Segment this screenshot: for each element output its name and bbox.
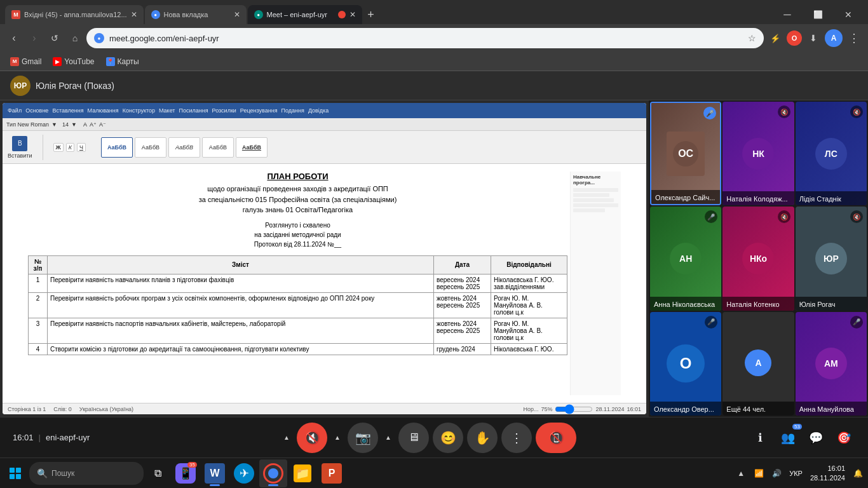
participant-tile-7[interactable]: О 🎤 Олександр Овер... bbox=[650, 312, 721, 416]
address-text: meet.google.com/eni-aepf-uyr bbox=[109, 34, 743, 43]
account-avatar[interactable]: А bbox=[825, 29, 843, 47]
back-button[interactable]: ‹ bbox=[5, 29, 23, 47]
doc-menu-extra[interactable]: Рецензування bbox=[240, 107, 278, 114]
participant-8-name: Ещё 44 чел. bbox=[726, 405, 766, 413]
bookmarks-bar: M Gmail ▶ YouTube 📍 Карты bbox=[0, 52, 868, 71]
browser-toolbar: ‹ › ↺ ⌂ ● meet.google.com/eni-aepf-uyr ☆… bbox=[0, 24, 868, 52]
browser-menu-button[interactable]: ⋮ bbox=[845, 29, 863, 47]
camera-chevron-button[interactable]: ▲ bbox=[331, 426, 344, 449]
taskbar-viber[interactable]: 📱 35 bbox=[172, 459, 200, 487]
taskbar-powerpoint[interactable]: P bbox=[318, 459, 346, 487]
participant-tile-9[interactable]: АМ 🎤 Анна Мануйлова bbox=[796, 312, 867, 416]
chat-button[interactable]: 💬 bbox=[804, 426, 827, 449]
doc-table: № з/п Зміст Дата Відповідальні 1 bbox=[28, 255, 567, 355]
participant-2-mic-off: 🔇 bbox=[778, 105, 790, 118]
notifications-button[interactable]: 🔔 bbox=[850, 466, 865, 481]
meet-time: 16:01 bbox=[13, 433, 34, 442]
doc-menu-view[interactable]: Розсилки bbox=[212, 107, 236, 114]
table-header-num: № з/п bbox=[29, 255, 48, 274]
new-tab-button[interactable]: + bbox=[362, 6, 380, 24]
participants-button[interactable]: 👥 53 bbox=[776, 426, 799, 449]
mic-button[interactable]: 🔇 bbox=[297, 423, 327, 453]
raise-hand-button[interactable]: ✋ bbox=[467, 423, 498, 453]
doc-menu-help[interactable]: Подання bbox=[281, 107, 304, 114]
doc-subtitle-3: галузь знань 01 Освіта/Педагогіка bbox=[28, 205, 567, 215]
doc-menu-more[interactable]: Довідка bbox=[308, 107, 329, 114]
taskbar-word[interactable]: W bbox=[201, 459, 229, 487]
task-view-button[interactable]: ⧉ bbox=[145, 461, 170, 486]
tab-newtab[interactable]: ● Нова вкладка ✕ bbox=[145, 5, 247, 24]
info-button[interactable]: ℹ bbox=[749, 426, 771, 449]
taskbar-chrome[interactable] bbox=[259, 459, 287, 487]
language-indicator[interactable]: УКР bbox=[787, 470, 805, 477]
participant-tile-4[interactable]: АН 🎤 Анна Ніколаєвська bbox=[650, 207, 721, 310]
ribbon-italic[interactable]: К bbox=[66, 143, 74, 152]
close-button[interactable]: ✕ bbox=[834, 5, 863, 24]
end-call-button[interactable]: 📵 bbox=[536, 423, 576, 453]
participant-tile-2[interactable]: НК 🔇 Наталія Колодяж... bbox=[722, 102, 794, 205]
doc-menu-insert[interactable]: Вставлення bbox=[52, 107, 83, 114]
camera-button[interactable]: 📷 bbox=[348, 423, 378, 453]
download-icon[interactable]: ⬇ bbox=[804, 29, 822, 47]
taskbar-search[interactable]: 🔍 Пошук bbox=[29, 462, 144, 485]
captions-chevron-button[interactable]: ▲ bbox=[382, 426, 395, 449]
bookmark-star-icon[interactable]: ☆ bbox=[748, 33, 756, 43]
participant-tile-6[interactable]: ЮР 🔇 Юлія Рогач bbox=[796, 207, 867, 310]
participant-9-mic-on: 🎤 bbox=[850, 316, 863, 329]
zoom-slider[interactable] bbox=[555, 406, 593, 412]
bookmark-gmail[interactable]: M Gmail bbox=[5, 55, 46, 68]
bookmark-youtube-label: YouTube bbox=[64, 57, 94, 66]
tab-meet[interactable]: ● Meet – eni-aepf-uyr ✕ bbox=[248, 5, 362, 24]
reactions-button[interactable]: 😊 bbox=[433, 423, 463, 453]
doc-menu-references[interactable]: Макет bbox=[159, 107, 175, 114]
bookmark-youtube[interactable]: ▶ YouTube bbox=[48, 55, 99, 68]
ribbon-underline[interactable]: Ч bbox=[77, 143, 86, 152]
maximize-button[interactable]: ⬜ bbox=[803, 5, 832, 24]
viber-badge: 35 bbox=[187, 462, 197, 468]
participant-tile-5[interactable]: НКо 🔇 Наталія Котенко bbox=[722, 207, 794, 310]
doc-menu-layout[interactable]: Конструктор bbox=[123, 107, 155, 114]
volume-icon[interactable]: 🔊 bbox=[769, 466, 784, 481]
tab-meet-close[interactable]: ✕ bbox=[349, 10, 356, 19]
windows-start-button[interactable] bbox=[3, 461, 28, 486]
reload-button[interactable]: ↺ bbox=[46, 29, 64, 47]
doc-menu-home[interactable]: Основне bbox=[25, 107, 48, 114]
bookmark-gmail-label: Gmail bbox=[22, 57, 41, 66]
show-hidden-button[interactable]: ▲ bbox=[733, 466, 749, 481]
participant-tile-3[interactable]: ЛС 🔇 Лідія Стаднік bbox=[796, 102, 867, 205]
address-bar[interactable]: ● meet.google.com/eni-aepf-uyr ☆ bbox=[86, 28, 764, 48]
doc-statusbar: Сторінка 1 із 1 Слів: 0 Українська (Укра… bbox=[3, 403, 646, 414]
bookmark-maps[interactable]: 📍 Карты bbox=[101, 55, 144, 68]
mic-chevron-button[interactable]: ▲ bbox=[280, 426, 293, 449]
more-options-button[interactable]: ⋮ bbox=[501, 423, 532, 453]
participant-tile-1[interactable]: ОС 🎤 Олександр Сайч... bbox=[650, 102, 721, 205]
participant-9-name: Анна Мануйлова bbox=[799, 405, 854, 413]
home-button[interactable]: ⌂ bbox=[66, 29, 84, 47]
taskbar-telegram[interactable]: ✈ bbox=[230, 459, 258, 487]
participants-panel: ОС 🎤 Олександр Сайч... НК 🔇 Наталія bbox=[649, 100, 868, 417]
system-clock[interactable]: 16:01 28.11.2024 bbox=[808, 464, 848, 482]
extensions-button[interactable]: ⚡ bbox=[766, 29, 784, 47]
tab-gmail[interactable]: M Вхідні (45) - anna.manuilova12... ✕ bbox=[5, 5, 144, 24]
doc-title: ПЛАН РОБОТИ bbox=[28, 172, 567, 181]
taskbar-right: ▲ 📶 🔊 УКР 16:01 28.11.2024 🔔 bbox=[733, 464, 865, 482]
forward-button[interactable]: › bbox=[25, 29, 43, 47]
minimize-button[interactable]: ─ bbox=[773, 5, 802, 24]
taskbar-explorer[interactable]: 📁 bbox=[288, 459, 316, 487]
meet-app: ЮР Юлія Рогач (Показ) Файл Основне Встав… bbox=[0, 71, 868, 458]
doc-menu-design[interactable]: Малювання bbox=[88, 107, 119, 114]
tab-newtab-close[interactable]: ✕ bbox=[234, 10, 240, 19]
activities-button[interactable]: 🎯 bbox=[832, 426, 855, 449]
presenter-name: Юлія Рогач (Показ) bbox=[36, 81, 114, 91]
tab-newtab-title: Нова вкладка bbox=[164, 11, 230, 18]
doc-menu-review[interactable]: Посилання bbox=[179, 107, 208, 114]
ribbon-bold[interactable]: Ж bbox=[53, 143, 64, 152]
doc-menu-file[interactable]: Файл bbox=[8, 107, 22, 114]
tab-gmail-close[interactable]: ✕ bbox=[131, 10, 137, 19]
participant-tile-8[interactable]: А Ещё 44 чел. bbox=[722, 312, 794, 416]
table-row: 4 Створити комісію з підготовки до акред… bbox=[29, 343, 567, 355]
participants-badge: 53 bbox=[792, 424, 802, 430]
present-button[interactable]: 🖥 bbox=[398, 423, 429, 453]
tab-bar: M Вхідні (45) - anna.manuilova12... ✕ ● … bbox=[0, 0, 868, 24]
network-icon[interactable]: 📶 bbox=[751, 466, 766, 481]
